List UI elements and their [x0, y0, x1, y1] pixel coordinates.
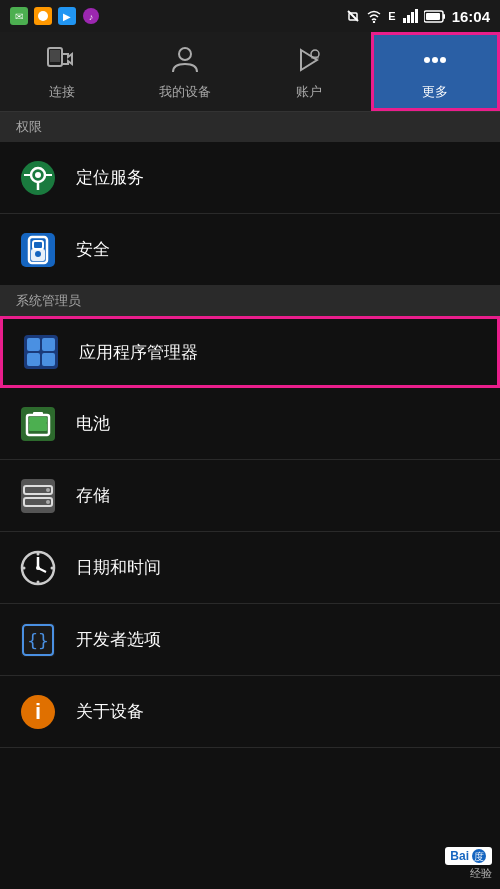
wifi-icon	[366, 9, 382, 23]
status-icon-1: ✉	[10, 7, 28, 25]
status-icon-2	[34, 7, 52, 25]
menu-item-storage[interactable]: 存储	[0, 460, 500, 532]
mute-icon	[346, 9, 360, 23]
svg-rect-16	[443, 14, 445, 19]
svg-point-50	[46, 488, 50, 492]
svg-point-20	[179, 48, 191, 60]
svg-rect-46	[29, 417, 47, 423]
tab-mydevice[interactable]: 我的设备	[124, 32, 248, 111]
nav-tabs: 连接 我的设备 账户 更多	[0, 32, 500, 112]
tab-account[interactable]: 账户	[247, 32, 371, 111]
tab-connect-label: 连接	[49, 83, 75, 101]
tab-account-label: 账户	[296, 83, 322, 101]
storage-icon	[16, 474, 60, 518]
svg-rect-19	[50, 50, 60, 62]
developer-icon: {}	[16, 618, 60, 662]
svg-point-57	[37, 580, 40, 583]
baidu-logo: Bai 度	[445, 847, 492, 865]
appmanager-icon	[19, 330, 63, 374]
more-icon	[417, 42, 453, 78]
clock: 16:04	[452, 8, 490, 25]
svg-point-3	[38, 11, 48, 21]
svg-point-28	[35, 172, 41, 178]
svg-text:i: i	[35, 699, 41, 724]
menu-item-about[interactable]: i 关于设备	[0, 676, 500, 748]
menu-item-location[interactable]: 定位服务	[0, 142, 500, 214]
tab-more[interactable]: 更多	[371, 32, 501, 111]
developer-label: 开发者选项	[76, 628, 161, 651]
svg-text:✉: ✉	[15, 11, 23, 22]
section-header-sysadmin: 系统管理员	[0, 286, 500, 316]
appmanager-label: 应用程序管理器	[79, 341, 198, 364]
battery-label: 电池	[76, 412, 110, 435]
svg-point-23	[424, 57, 430, 63]
watermark: Bai 度 经验	[445, 847, 492, 881]
status-right-icons: E 16:04	[346, 8, 490, 25]
location-icon	[16, 156, 60, 200]
status-icon-4: ♪	[82, 7, 100, 25]
svg-rect-47	[21, 479, 55, 513]
menu-item-developer[interactable]: {} 开发者选项	[0, 604, 500, 676]
svg-point-36	[35, 251, 41, 257]
security-icon	[16, 228, 60, 272]
location-label: 定位服务	[76, 166, 144, 189]
section-header-permissions: 权限	[0, 112, 500, 142]
tab-connect[interactable]: 连接	[0, 32, 124, 111]
svg-point-51	[46, 500, 50, 504]
svg-text:度: 度	[474, 851, 484, 862]
svg-rect-44	[33, 412, 43, 416]
svg-text:▶: ▶	[63, 11, 71, 22]
svg-rect-39	[42, 338, 55, 351]
svg-point-10	[373, 21, 375, 23]
menu-item-datetime[interactable]: 日期和时间	[0, 532, 500, 604]
about-label: 关于设备	[76, 700, 144, 723]
mydevice-icon	[167, 42, 203, 78]
about-icon: i	[16, 690, 60, 734]
network-type: E	[388, 10, 395, 22]
svg-rect-41	[42, 353, 55, 366]
svg-rect-45	[29, 423, 47, 431]
datetime-icon	[16, 546, 60, 590]
storage-label: 存储	[76, 484, 110, 507]
svg-point-24	[432, 57, 438, 63]
tab-mydevice-label: 我的设备	[159, 83, 211, 101]
svg-line-55	[38, 568, 46, 572]
svg-point-58	[23, 566, 26, 569]
svg-point-25	[440, 57, 446, 63]
svg-rect-12	[407, 15, 410, 23]
battery-icon	[16, 402, 60, 446]
account-icon	[291, 42, 327, 78]
status-icon-3: ▶	[58, 7, 76, 25]
svg-point-59	[51, 566, 54, 569]
datetime-label: 日期和时间	[76, 556, 161, 579]
svg-rect-38	[27, 338, 40, 351]
watermark-suffix: 经验	[470, 866, 492, 881]
menu-item-security[interactable]: 安全	[0, 214, 500, 286]
svg-rect-14	[415, 9, 418, 23]
svg-rect-17	[426, 13, 440, 20]
menu-item-battery[interactable]: 电池	[0, 388, 500, 460]
svg-point-56	[37, 552, 40, 555]
status-bar: ✉ ▶ ♪ E 16:04	[0, 0, 500, 32]
svg-text:♪: ♪	[89, 12, 94, 22]
signal-icon	[402, 9, 418, 23]
menu-item-appmanager[interactable]: 应用程序管理器	[0, 316, 500, 388]
status-left-icons: ✉ ▶ ♪	[10, 7, 100, 25]
battery-status-icon	[424, 10, 446, 23]
svg-text:{}: {}	[27, 630, 49, 651]
svg-rect-40	[27, 353, 40, 366]
svg-rect-13	[411, 12, 414, 23]
svg-rect-22	[311, 56, 319, 59]
svg-rect-11	[403, 18, 406, 23]
connect-icon	[44, 42, 80, 78]
security-label: 安全	[76, 238, 110, 261]
tab-more-label: 更多	[422, 83, 448, 101]
